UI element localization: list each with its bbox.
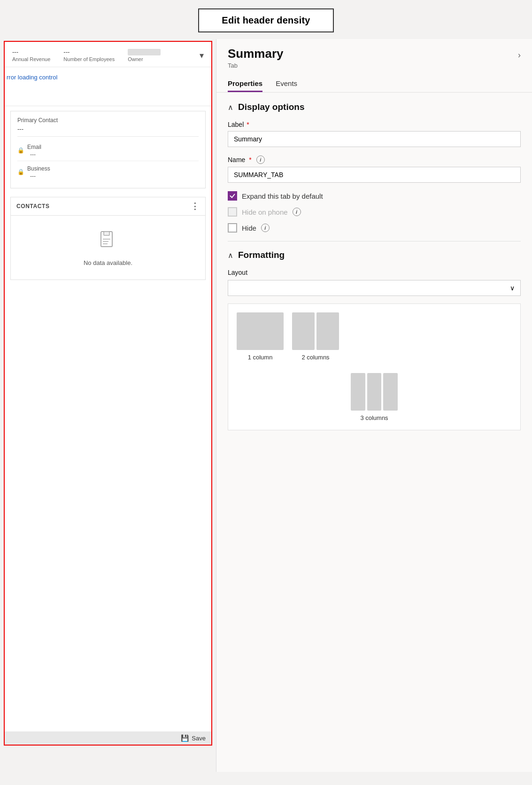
primary-contact-value: --- <box>17 125 199 137</box>
email-lock-icon: 🔒 <box>17 147 24 154</box>
layout-2col-label: 2 columns <box>301 354 329 361</box>
layout-thumb-3col <box>351 373 398 411</box>
error-spacer <box>7 81 204 100</box>
name-field-label-row: Name * i <box>228 155 521 164</box>
layout-2col-right <box>316 312 339 350</box>
layout-label: Layout <box>228 269 521 276</box>
panel-subtitle: Tab <box>228 62 284 69</box>
layout-3col-3 <box>383 373 398 411</box>
tab-properties[interactable]: Properties <box>228 77 262 92</box>
email-label: Email <box>27 144 41 150</box>
layout-dropdown-chevron-icon: ∨ <box>510 284 515 292</box>
hide-on-phone-checkbox-row: Hide on phone i <box>228 207 521 217</box>
hide-info-icon[interactable]: i <box>261 224 270 232</box>
layout-3col-1 <box>351 373 365 411</box>
header-chevron-down-icon[interactable]: ▾ <box>200 50 204 61</box>
name-input[interactable] <box>228 167 521 183</box>
save-label[interactable]: Save <box>192 735 206 742</box>
hide-on-phone-info-icon[interactable]: i <box>293 208 301 216</box>
layout-options-panel: 1 column 2 columns <box>228 303 521 430</box>
num-employees-label: Number of Employees <box>63 56 115 62</box>
right-title-block: Summary Tab <box>228 47 284 69</box>
hide-checkbox[interactable] <box>228 223 237 233</box>
primary-contact-section: Primary Contact --- 🔒 Email --- 🔒 Busine… <box>10 111 206 188</box>
expand-tab-checkbox[interactable] <box>228 191 237 201</box>
header-fields-row: --- Annual Revenue --- Number of Employe… <box>5 42 211 67</box>
hide-label: Hide <box>242 224 256 232</box>
business-label: Business <box>27 165 50 172</box>
top-bar: Edit header density <box>0 0 532 39</box>
annual-revenue-label: Annual Revenue <box>12 56 50 62</box>
hide-on-phone-label: Hide on phone <box>242 208 288 216</box>
display-options-header: ∧ Display options <box>228 102 521 112</box>
layout-option-2col[interactable]: 2 columns <box>292 312 339 361</box>
owner-label: Owner <box>128 56 143 62</box>
annual-revenue-value: --- <box>12 48 18 55</box>
business-value: --- <box>30 173 50 179</box>
expand-tab-label: Expand this tab by default <box>242 192 323 200</box>
contacts-title: CONTACTS <box>16 203 50 210</box>
layout-3col-2 <box>367 373 382 411</box>
business-lock-icon: 🔒 <box>17 169 24 175</box>
business-field-row: 🔒 Business --- <box>17 161 199 182</box>
primary-contact-label: Primary Contact <box>17 117 199 124</box>
section-divider <box>228 241 521 241</box>
display-options-chevron-icon[interactable]: ∧ <box>228 103 233 112</box>
error-section: rror loading control <box>5 67 211 106</box>
left-panel: --- Annual Revenue --- Number of Employe… <box>0 39 216 772</box>
contacts-section: CONTACTS ⋮ No data available. <box>10 197 206 280</box>
layout-option-3col[interactable]: 3 columns <box>237 373 512 421</box>
panel-title: Summary <box>228 47 284 61</box>
layout-3col-label: 3 columns <box>360 414 388 421</box>
owner-avatar <box>128 49 161 55</box>
main-layout: --- Annual Revenue --- Number of Employe… <box>0 39 532 772</box>
save-bar: 💾 Save <box>5 731 211 745</box>
save-disk-icon: 💾 <box>181 734 189 742</box>
label-input[interactable] <box>228 131 521 147</box>
properties-content: ∧ Display options Label * Name * i <box>216 93 532 440</box>
label-field-label: Label * <box>228 121 521 128</box>
email-field-row: 🔒 Email --- <box>17 140 199 161</box>
formatting-header: ∧ Formatting <box>228 250 521 260</box>
layout-thumb-2col <box>292 312 339 350</box>
panel-chevron-right-icon[interactable]: › <box>518 50 521 60</box>
right-panel: Summary Tab › Properties Events ∧ Displa… <box>216 39 532 772</box>
owner-field: Owner <box>128 49 161 62</box>
contacts-header: CONTACTS ⋮ <box>11 197 205 216</box>
layout-1col-label: 1 column <box>248 354 273 361</box>
name-required-star: * <box>249 156 251 163</box>
no-data-document-icon <box>99 231 117 256</box>
layout-dropdown[interactable]: ∨ <box>228 280 521 296</box>
contacts-more-icon[interactable]: ⋮ <box>191 201 200 211</box>
hide-checkbox-row[interactable]: Hide i <box>228 223 521 233</box>
label-required-star: * <box>245 121 249 128</box>
edit-header-density-button[interactable]: Edit header density <box>198 8 333 32</box>
tab-events[interactable]: Events <box>276 77 297 92</box>
no-data-area: No data available. <box>11 216 205 280</box>
bottom-space <box>0 772 532 785</box>
email-value: --- <box>30 151 41 158</box>
content-spacer <box>5 284 211 745</box>
annual-revenue-field: --- Annual Revenue <box>12 48 50 62</box>
expand-tab-checkbox-row[interactable]: Expand this tab by default <box>228 191 521 201</box>
formatting-title: Formatting <box>238 250 285 260</box>
tabs-bar: Properties Events <box>216 73 532 93</box>
formatting-chevron-icon[interactable]: ∧ <box>228 251 233 260</box>
error-loading-link[interactable]: rror loading control <box>7 74 57 81</box>
left-inner-panel: --- Annual Revenue --- Number of Employe… <box>4 41 212 746</box>
name-info-icon[interactable]: i <box>256 155 265 164</box>
num-employees-field: --- Number of Employees <box>63 48 115 62</box>
right-panel-header: Summary Tab › <box>216 39 532 69</box>
svg-rect-1 <box>104 232 109 235</box>
name-field-group: Name * i <box>228 155 521 183</box>
display-options-title: Display options <box>238 102 304 112</box>
num-employees-value: --- <box>63 48 69 55</box>
formatting-section: ∧ Formatting Layout ∨ 1 column <box>228 250 521 430</box>
no-data-text: No data available. <box>84 259 132 266</box>
label-field-group: Label * <box>228 121 521 147</box>
layout-option-1col[interactable]: 1 column <box>237 312 284 361</box>
layout-thumb-1col <box>237 312 284 350</box>
hide-on-phone-checkbox <box>228 207 237 217</box>
layout-2col-left <box>292 312 315 350</box>
